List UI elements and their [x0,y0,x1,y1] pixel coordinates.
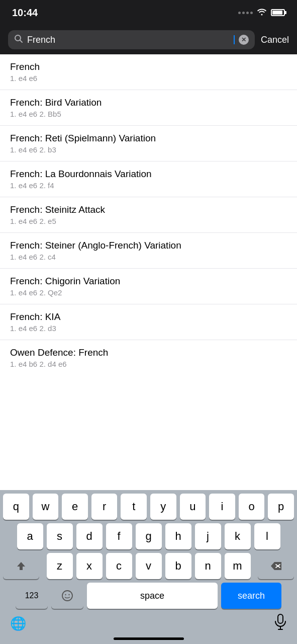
battery-icon [271,9,285,16]
key-x[interactable]: x [76,553,103,579]
key-s[interactable]: s [47,523,73,549]
result-item[interactable]: French: Chigorin Variation 1. e4 e6 2. Q… [0,269,297,304]
cancel-button[interactable]: Cancel [261,35,289,45]
key-a[interactable]: a [17,523,43,549]
keyboard-row-2: asdfghjkl [3,523,294,549]
key-t[interactable]: t [121,494,147,520]
search-icon [14,34,23,45]
key-c[interactable]: c [106,553,132,579]
result-item[interactable]: French 1. e4 e6 [0,54,297,90]
status-icons [238,8,285,18]
keyboard-bottom-row: 123 space search [3,583,294,609]
emoji-key[interactable] [51,583,83,609]
svg-point-6 [68,594,69,595]
wifi-icon [257,8,267,18]
result-item[interactable]: Owen Defence: French 1. e4 b6 2. d4 e6 [0,340,297,375]
svg-line-1 [20,40,23,43]
key-u[interactable]: u [180,494,206,520]
result-title: Owen Defence: French [10,347,287,358]
key-l[interactable]: l [254,523,280,549]
result-title: French: Steinitz Attack [10,204,287,215]
result-subtitle: 1. e4 e6 2. b3 [10,145,287,154]
key-o[interactable]: o [239,494,265,520]
key-j[interactable]: j [195,523,221,549]
result-subtitle: 1. e4 e6 2. Bb5 [10,110,287,118]
svg-point-4 [62,591,72,601]
result-title: French: Bird Variation [10,97,287,108]
key-f[interactable]: f [106,523,132,549]
space-key[interactable]: space [87,583,218,609]
result-title: French: Chigorin Variation [10,276,287,287]
svg-point-5 [65,594,66,595]
shift-key[interactable] [3,553,39,579]
svg-rect-7 [278,614,283,623]
result-subtitle: 1. e4 e6 2. Qe2 [10,288,287,297]
status-bar: 10:44 [0,0,297,25]
key-r[interactable]: r [91,494,118,520]
key-y[interactable]: y [150,494,176,520]
results-list: French 1. e4 e6 French: Bird Variation 1… [0,54,297,375]
key-p[interactable]: p [268,494,294,520]
signal-dots-icon [238,12,253,14]
result-subtitle: 1. e4 b6 2. d4 e6 [10,360,287,368]
result-title: French: KIA [10,311,287,323]
key-n[interactable]: n [195,553,221,579]
status-time: 10:44 [12,7,38,19]
result-subtitle: 1. e4 e6 2. c4 [10,253,287,261]
keyboard: qwertyuiop asdfghjkl zxcvbnm 123 [0,490,297,644]
result-item[interactable]: French: Bird Variation 1. e4 e6 2. Bb5 [0,90,297,126]
key-v[interactable]: v [136,553,162,579]
key-w[interactable]: w [33,494,59,520]
globe-key[interactable]: 🌐 [10,616,26,631]
key-m[interactable]: m [225,553,251,579]
delete-key[interactable] [258,553,294,579]
key-e[interactable]: e [62,494,88,520]
result-title: French [10,61,287,72]
result-item[interactable]: French: KIA 1. e4 e6 2. d3 [0,304,297,340]
search-input-wrapper[interactable]: French ✕ [8,30,255,49]
result-item[interactable]: French: La Bourdonnais Variation 1. e4 e… [0,162,297,197]
clear-search-button[interactable]: ✕ [239,35,249,45]
key-b[interactable]: b [165,553,191,579]
key-d[interactable]: d [76,523,103,549]
result-item[interactable]: French: Steiner (Anglo-French) Variation… [0,233,297,269]
home-indicator [114,637,184,640]
search-input[interactable]: French [27,35,229,45]
search-key[interactable]: search [221,583,281,609]
key-k[interactable]: k [225,523,251,549]
key-g[interactable]: g [136,523,162,549]
numbers-key[interactable]: 123 [16,583,48,609]
keyboard-row-1: qwertyuiop [3,494,294,520]
result-item[interactable]: French: Steinitz Attack 1. e4 e6 2. e5 [0,197,297,233]
result-title: French: Reti (Spielmann) Variation [10,133,287,144]
key-q[interactable]: q [3,494,29,520]
keyboard-extras-row: 🌐 [0,610,297,635]
keyboard-row-3: zxcvbnm [3,553,294,579]
result-item[interactable]: French: Reti (Spielmann) Variation 1. e4… [0,126,297,162]
key-h[interactable]: h [165,523,191,549]
key-i[interactable]: i [209,494,235,520]
result-subtitle: 1. e4 e6 2. d3 [10,324,287,333]
result-title: French: La Bourdonnais Variation [10,169,287,180]
search-bar: French ✕ Cancel [0,25,297,54]
result-title: French: Steiner (Anglo-French) Variation [10,240,287,251]
result-subtitle: 1. e4 e6 [10,74,287,83]
key-z[interactable]: z [47,553,73,579]
microphone-key[interactable] [274,614,287,633]
result-subtitle: 1. e4 e6 2. f4 [10,181,287,190]
result-subtitle: 1. e4 e6 2. e5 [10,217,287,225]
